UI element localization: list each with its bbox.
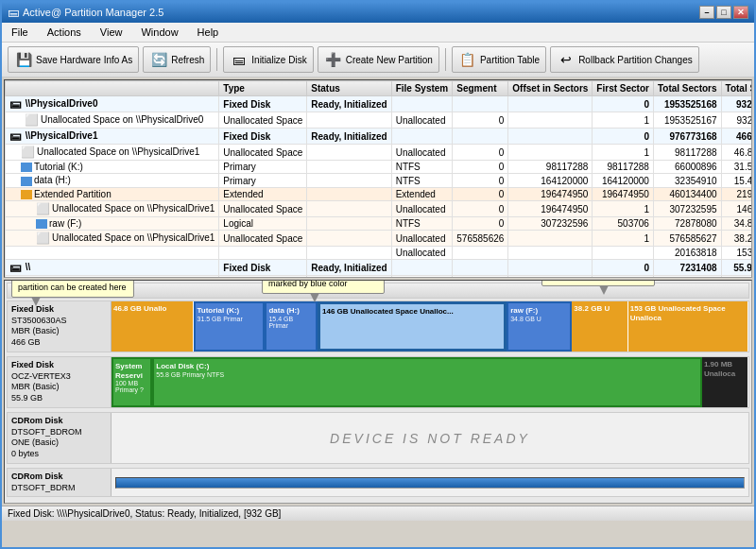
initialize-disk-button[interactable]: 🖴 Initialize Disk xyxy=(223,46,313,73)
partition-block[interactable]: 1.90 MB Unalloca xyxy=(702,357,748,407)
menu-actions[interactable]: Actions xyxy=(42,25,87,40)
table-row[interactable]: ⬜Unallocated Space on \\PhysicalDrive0 U… xyxy=(6,112,753,129)
partition-block[interactable]: raw (F:) 34.8 GB U xyxy=(507,301,572,352)
menu-file[interactable]: File xyxy=(6,25,34,40)
col-size[interactable]: Total Size xyxy=(721,81,752,96)
col-offset[interactable]: Offset in Sectors xyxy=(508,81,593,96)
separator1 xyxy=(216,48,217,71)
menu-window[interactable]: Window xyxy=(135,25,183,40)
create-icon: ➕ xyxy=(324,50,343,69)
disk-type-cd0: ONE (Basic) xyxy=(11,437,107,449)
partition-block[interactable]: 153 GB Unallocated Space Unalloca xyxy=(628,301,748,352)
col-fs[interactable]: File System xyxy=(391,81,453,96)
disk-info-cd1: CDRom Disk DTSOFT_BDRM xyxy=(8,469,112,496)
disk-model-1: OCZ-VERTEX3 xyxy=(11,371,107,383)
progress-bar xyxy=(115,477,745,489)
disk-info-1: Fixed Disk OCZ-VERTEX3 MBR (Basic) 55.9 … xyxy=(8,357,112,407)
rollback-button[interactable]: ↩ Rollback Partition Changes xyxy=(550,46,699,73)
partition-block[interactable]: System Reservi 100 MB Primary ? xyxy=(112,357,152,407)
table-row[interactable]: data (H:) Primary NTFS 0 164120000 16412… xyxy=(6,174,753,187)
disk-size-0: 466 GB xyxy=(11,337,107,349)
annotation-unallocated: Unallocated space - newpartition can be … xyxy=(11,280,134,298)
initialize-label: Initialize Disk xyxy=(251,55,306,65)
partition-table-area[interactable]: Type Status File System Segment Offset i… xyxy=(4,79,752,278)
table-row[interactable]: 🖴 \\ Fixed Disk Ready, Initialized 0 723… xyxy=(6,260,753,276)
partition-label: data (H:) xyxy=(268,306,314,316)
separator2 xyxy=(445,48,446,71)
partition-detail: 31.5 GB Primar xyxy=(198,316,262,322)
partition-table-icon: 📋 xyxy=(458,50,477,69)
maximize-button[interactable]: □ xyxy=(716,6,731,19)
toolbar: 💾 Save Hardware Info As 🔄 Refresh 🖴 Init… xyxy=(2,43,754,77)
menu-help[interactable]: Help xyxy=(192,25,225,40)
partition-label: Tutorial (K:) xyxy=(198,306,262,316)
partition-table: Type Status File System Segment Offset i… xyxy=(5,80,752,278)
unalloc-icon: ⬜ xyxy=(36,232,50,245)
annotation-primary: Primary partition -marked by blue color xyxy=(262,280,385,294)
disk-info-cd0: CDRom Disk DTSOFT_BDROM ONE (Basic) 0 by… xyxy=(8,413,112,463)
col-first[interactable]: First Sector xyxy=(593,81,654,96)
save-hardware-button[interactable]: 💾 Save Hardware Info As xyxy=(8,46,139,73)
disk-name-cd1: CDRom Disk xyxy=(11,472,107,483)
rollback-label: Rollback Partition Changes xyxy=(578,55,693,65)
partition-detail: 55.8 GB Primary NTFS xyxy=(156,371,698,378)
partition-label: 46.8 GB Unallo xyxy=(113,304,191,314)
primary-partition-icon xyxy=(21,177,32,186)
partition-block-selected[interactable]: 146 GB Unallocated Space Unalloc... xyxy=(318,301,507,352)
partition-block[interactable]: data (H:) 15.4 GB Primar xyxy=(265,301,318,352)
table-row[interactable]: ⬜Unallocated Space on \\PhysicalDrive1 U… xyxy=(6,201,753,217)
save-icon: 💾 xyxy=(14,50,33,69)
table-row[interactable]: 🖴 \\PhysicalDrive1 Fixed Disk Ready, Ini… xyxy=(6,129,753,145)
save-label: Save Hardware Info As xyxy=(36,55,132,65)
create-partition-button[interactable]: ➕ Create New Partition xyxy=(318,46,439,73)
close-button[interactable]: ✕ xyxy=(733,6,748,19)
disk0-container: Unallocated space - newpartition can be … xyxy=(7,300,749,352)
partition-block[interactable]: 38.2 GB U xyxy=(572,301,627,352)
table-row[interactable]: raw (F:) Logical NTFS 0 307232596 503706… xyxy=(6,217,753,231)
col-name[interactable] xyxy=(6,81,219,96)
table-row[interactable]: 🖴 \\PhysicalDrive0 Fixed Disk Ready, Ini… xyxy=(6,96,753,112)
primary-partition-icon xyxy=(21,163,32,172)
partition-block[interactable]: Tutorial (K:) 31.5 GB Primar xyxy=(194,301,266,352)
refresh-button[interactable]: 🔄 Refresh xyxy=(143,46,211,73)
col-type[interactable]: Type xyxy=(219,81,307,96)
table-row[interactable]: ⬜Unallocated Space on \\PhysicalDrive1 U… xyxy=(6,145,753,161)
minimize-button[interactable]: – xyxy=(699,6,714,19)
partition-block[interactable]: Local Disk (C:) 55.8 GB Primary NTFS xyxy=(152,357,702,407)
table-row[interactable]: ⬜Unallocated Space on \\PhysicalDrive1 U… xyxy=(6,231,753,247)
table-row[interactable]: Extended Partition Extended Extended 0 1… xyxy=(6,187,753,200)
col-segment[interactable]: Segment xyxy=(453,81,508,96)
col-total[interactable]: Total Sectors xyxy=(653,81,721,96)
menu-bar: File Actions View Window Help xyxy=(2,23,754,43)
disk-size-cd0: 0 bytes xyxy=(11,449,107,460)
disk-model-0: ST3500630AS xyxy=(11,316,107,327)
partition-detail: 15.4 GB Primar xyxy=(268,316,314,329)
partition-label: 1.90 MB Unalloca xyxy=(704,360,746,378)
unalloc-icon: ⬜ xyxy=(25,113,39,127)
disk-model-cd1: DTSOFT_BDRM xyxy=(11,483,107,494)
table-row[interactable]: Tutorial (K:) Primary NTFS 0 98117288 98… xyxy=(6,161,753,174)
partition-detail: 34.8 GB U xyxy=(510,316,568,322)
disk-row-0: Fixed Disk ST3500630AS MBR (Basic) 466 G… xyxy=(7,300,749,352)
disk-icon: 🖴 xyxy=(9,97,21,111)
progress-fill xyxy=(116,478,744,488)
disk-partitions-1: System Reservi 100 MB Primary ? Local Di… xyxy=(112,357,748,407)
col-status[interactable]: Status xyxy=(307,81,391,96)
title-bar-controls: – □ ✕ xyxy=(699,6,748,19)
disk-info-0: Fixed Disk ST3500630AS MBR (Basic) 466 G… xyxy=(8,301,112,352)
table-row[interactable]: Unallocated 20163818 153 GB xyxy=(6,247,753,260)
table-row[interactable]: L Primary NTFS 0 2048 48 200 MB xyxy=(6,276,753,278)
status-text: Fixed Disk: \\\\PhysicalDrive0, Status: … xyxy=(8,508,281,519)
partition-block[interactable]: 46.8 GB Unallo xyxy=(112,301,194,352)
unalloc-icon: ⬜ xyxy=(21,146,35,159)
partition-table-label: Partition Table xyxy=(480,55,540,65)
disk-name-cd0: CDRom Disk xyxy=(11,416,107,427)
title-bar-text: Active@ Partition Manager 2.5 xyxy=(23,7,163,18)
status-bar: Fixed Disk: \\\\PhysicalDrive0, Status: … xyxy=(2,506,754,521)
rollback-icon: ↩ xyxy=(557,50,576,69)
partition-table-button[interactable]: 📋 Partition Table xyxy=(452,46,546,73)
app-icon: 🖴 xyxy=(8,6,19,19)
partition-label: 38.2 GB U xyxy=(574,304,625,314)
device-not-ready: DEVICE IS NOT READY xyxy=(112,413,748,463)
menu-view[interactable]: View xyxy=(94,25,129,40)
